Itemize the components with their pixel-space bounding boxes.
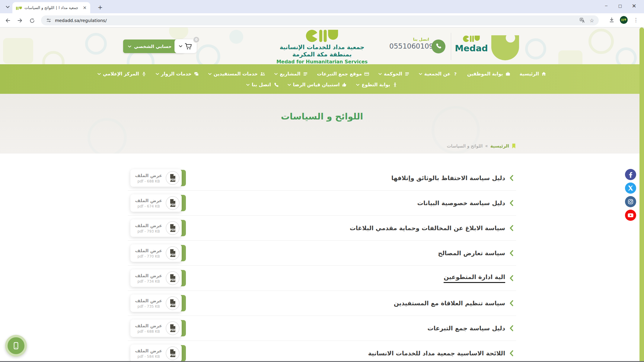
- youtube-icon[interactable]: [625, 210, 636, 221]
- breadcrumb: الرئيسية « اللوائح و السياسات: [447, 143, 516, 149]
- x-icon[interactable]: [625, 183, 636, 194]
- view-file-label: عرض الملف: [133, 323, 164, 329]
- contact-label: اتصل بنا: [389, 37, 429, 42]
- site-info-icon[interactable]: [45, 17, 52, 24]
- download-icon[interactable]: [608, 16, 616, 24]
- document-row: عرض الملف pdf - 688 KB PDF دليل سياسة جم…: [128, 316, 516, 341]
- file-size: pdf - 793 KB: [133, 229, 164, 233]
- nav-item[interactable]: خدمات المستفيدين: [208, 71, 265, 77]
- medad-logomark-icon: [463, 35, 480, 42]
- breadcrumb-separator: «: [485, 143, 488, 149]
- document-title[interactable]: سياسة تنظيم العلاقاة مع المستفيدين: [394, 300, 505, 307]
- url-bar[interactable]: medadd.sa/regulations/ ☆: [41, 15, 599, 25]
- document-title[interactable]: دليل سياسة خصوصية البيانات: [417, 199, 505, 207]
- cart-icon: [184, 43, 193, 50]
- decor-shape: [588, 29, 614, 54]
- nav-row-1: الرئيسية بوابة الموظفين ? عن الجمعية الح…: [0, 71, 644, 77]
- cart-button[interactable]: 0: [174, 39, 197, 53]
- document-title[interactable]: دليل سياسة الاحتفاظ بالوثائق وإتلافها: [391, 174, 505, 182]
- cart-badge: 0: [193, 36, 200, 43]
- view-file-button[interactable]: عرض الملف pdf - 770 KB PDF: [130, 244, 182, 262]
- documents-list: عرض الملف pdf - 688 KB PDF دليل سياسة ال…: [128, 166, 516, 362]
- page-title: اللوائح و السياسات: [0, 94, 644, 122]
- view-file-button[interactable]: عرض الملف pdf - 735 KB PDF: [130, 294, 182, 312]
- view-file-button[interactable]: عرض الملف pdf - 584 KB PDF: [130, 345, 182, 362]
- forward-icon[interactable]: [16, 16, 24, 25]
- nav-item-label: استبيان قياس الرضا: [293, 82, 340, 87]
- file-size: pdf - 770 KB: [133, 254, 164, 259]
- nav-item[interactable]: بوابة التطوع: [356, 82, 397, 87]
- nav-item[interactable]: بوابة الموظفين: [467, 71, 511, 77]
- back-icon[interactable]: [4, 16, 12, 25]
- decor-shape: [42, 51, 65, 64]
- medad-brand[interactable]: Medad: [454, 35, 488, 53]
- org-logo-block[interactable]: جمعية مداد للخدمات الإنسانية بمنطقة مكة …: [253, 29, 391, 64]
- browser-tab[interactable]: اللوائح و السياسات|جمعية مداد ا ✕: [12, 2, 90, 13]
- decor-shape: [88, 118, 127, 154]
- nav-item[interactable]: ? عن الجمعية: [419, 71, 458, 77]
- breadcrumb-home[interactable]: الرئيسية: [490, 143, 509, 149]
- nav-item[interactable]: موقع جمع التبرعات: [317, 71, 369, 77]
- svg-text:PDF: PDF: [170, 203, 176, 206]
- chevron-left-icon: [509, 350, 514, 357]
- nav-item-label: موقع جمع التبرعات: [317, 71, 362, 77]
- document-title[interactable]: الية ادارة المتطوعين: [444, 273, 505, 283]
- document-title[interactable]: سياسة تعارض المصالح: [438, 249, 505, 257]
- document-title[interactable]: اللائحة الاساسية جمعية مداد للخدمات الان…: [368, 350, 505, 357]
- nav-item[interactable]: المشاريع: [274, 71, 308, 77]
- tab-title: اللوائح و السياسات|جمعية مداد ا: [24, 5, 80, 10]
- view-file-card: عرض الملف pdf - 770 KB PDF: [130, 244, 182, 262]
- chevron-down-icon: [179, 45, 182, 48]
- nav-item[interactable]: الحوكمة: [378, 71, 410, 77]
- view-file-card: عرض الملف pdf - 584 KB PDF: [130, 345, 182, 362]
- tab-search-chevron-icon[interactable]: [4, 3, 11, 11]
- new-tab-button[interactable]: +: [96, 3, 104, 11]
- nav-item[interactable]: الرئيسية: [520, 71, 547, 77]
- nav-item[interactable]: استبيان قياس الرضا: [288, 82, 347, 87]
- chevron-left-icon: [509, 275, 514, 281]
- account-button-label: حسابي الشخصي: [134, 44, 172, 49]
- window-maximize-icon[interactable]: □: [613, 1, 627, 10]
- view-file-button[interactable]: عرض الملف pdf - 793 KB PDF: [130, 219, 182, 237]
- nav-item[interactable]: اتصل بنا: [246, 82, 279, 87]
- contact-phone[interactable]: 0551060109: [389, 42, 429, 50]
- decor-shape: [3, 38, 33, 64]
- bookmark-star-icon[interactable]: ☆: [588, 17, 595, 24]
- menu-dots-icon[interactable]: ⋮: [632, 16, 640, 24]
- view-file-button[interactable]: عرض الملف pdf - 688 KB PDF: [130, 319, 182, 337]
- bookmark-icon: [512, 143, 516, 149]
- facebook-icon[interactable]: [625, 169, 636, 180]
- chevron-down-icon: [97, 73, 101, 75]
- tab-close-icon[interactable]: ✕: [82, 5, 87, 11]
- translate-icon[interactable]: [579, 17, 585, 24]
- view-file-label: عرض الملف: [133, 198, 164, 203]
- document-title[interactable]: دليل سياسة جمع التبرعات: [427, 325, 505, 332]
- nav-item[interactable]: خدمات الزوار: [156, 71, 199, 77]
- nav-item-label: بوابة التطوع: [362, 82, 390, 87]
- briefcase-icon: [505, 71, 511, 77]
- site-header: حسابي الشخصي 0 جمعية مداد للخدمات الإنسا…: [0, 27, 644, 64]
- window-minimize-icon[interactable]: ─: [599, 1, 613, 10]
- view-file-button[interactable]: عرض الملف pdf - 674 KB PDF: [130, 194, 182, 212]
- svg-text:PDF: PDF: [170, 178, 176, 181]
- instagram-icon[interactable]: [625, 196, 636, 207]
- pdf-icon: PDF: [166, 221, 180, 235]
- chevron-down-icon: [288, 84, 291, 86]
- window-close-icon[interactable]: ✕: [627, 1, 641, 10]
- url-text: medadd.sa/regulations/: [55, 18, 576, 23]
- reload-icon[interactable]: [28, 16, 36, 25]
- home-icon: [541, 71, 547, 77]
- scrollbar-thumb[interactable]: [639, 27, 644, 362]
- view-file-button[interactable]: عرض الملف pdf - 734 KB PDF: [130, 269, 182, 287]
- phone-circle-icon[interactable]: [432, 40, 445, 53]
- header-divider: [451, 33, 451, 60]
- view-file-button[interactable]: عرض الملف pdf - 688 KB PDF: [130, 169, 182, 187]
- view-file-label: عرض الملف: [133, 223, 164, 228]
- nav-item[interactable]: المركز الإعلامي: [97, 71, 147, 77]
- nav-item-label: اتصل بنا: [252, 82, 271, 87]
- toolbar-right-icons: ⋮: [608, 16, 640, 24]
- profile-avatar[interactable]: [620, 16, 628, 24]
- decor-shape: [85, 33, 107, 55]
- mobile-app-fab[interactable]: [5, 335, 27, 357]
- document-title[interactable]: سياسة الابلاغ عن المخالفات وحماية مقدمي …: [350, 224, 505, 232]
